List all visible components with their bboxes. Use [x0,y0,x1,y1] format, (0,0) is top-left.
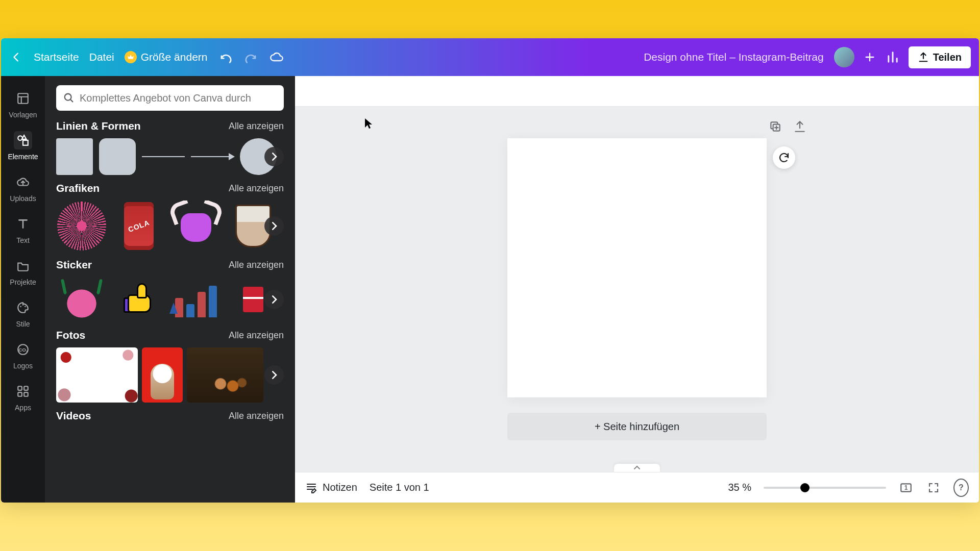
add-collaborator-button[interactable] [863,50,877,64]
page-indicator: Seite 1 von 1 [370,482,429,493]
shape-rounded-square[interactable] [99,138,136,175]
section-title: Videos [56,410,91,422]
section-title: Sticker [56,259,92,271]
analytics-button[interactable] [885,49,900,65]
document-title[interactable]: Design ohne Titel – Instagram-Beitrag [644,51,824,63]
cloud-sync-button[interactable] [269,49,284,65]
graphic-starburst[interactable] [56,201,107,252]
rail-label: Uploads [10,194,36,203]
show-all-link[interactable]: Alle anzeigen [229,183,284,194]
graphic-bull-head[interactable] [170,201,222,252]
resize-button[interactable]: Größe ändern [125,51,208,63]
zoom-slider[interactable] [764,487,886,489]
search-input[interactable] [80,92,277,104]
help-button[interactable]: ? [953,480,969,495]
chevron-right-icon [271,371,277,379]
shape-arrow[interactable] [191,156,234,157]
reveal-pages-button[interactable] [614,464,660,472]
photo-thumbnail[interactable] [56,347,138,403]
expand-icon [927,482,940,494]
show-all-link[interactable]: Alle anzeigen [229,330,284,341]
canvas-toolbar [295,76,979,107]
file-menu[interactable]: Datei [89,51,114,63]
shape-square[interactable] [56,138,93,175]
canvas-area: + Seite hinzufügen Notizen Seite 1 von 1… [295,76,979,503]
side-rail: Vorlagen Elemente Uploads Text Projekte … [1,76,45,503]
canvas-stack: + Seite hinzufügen [507,138,767,440]
sticker-bar-chart[interactable] [170,277,222,322]
redo-button[interactable] [243,49,259,65]
rail-label: Text [16,236,30,244]
canvas-body[interactable]: + Seite hinzufügen [295,107,979,472]
rail-elements[interactable]: Elemente [4,126,42,165]
rail-logos[interactable]: CO. Logos [4,335,42,374]
refresh-button[interactable] [773,146,795,169]
user-avatar[interactable] [834,47,854,67]
rail-styles[interactable]: Stile [4,293,42,332]
graphic-cola-can[interactable] [113,201,164,252]
search-field[interactable] [56,85,284,111]
show-all-link[interactable]: Alle anzeigen [229,121,284,132]
section-graphics: Grafiken Alle anzeigen [45,180,295,257]
templates-icon [14,89,32,108]
section-title: Linien & Formen [56,120,141,132]
plus-icon [864,52,875,63]
rail-projects[interactable]: Projekte [4,252,42,290]
scroll-next-button[interactable] [264,147,284,166]
duplicate-icon [769,120,782,133]
photo-thumbnail[interactable] [142,347,183,403]
section-title: Grafiken [56,182,100,194]
share-label: Teilen [933,52,962,63]
svg-rect-8 [18,386,22,390]
show-all-link[interactable]: Alle anzeigen [229,260,284,270]
section-title: Fotos [56,329,85,341]
scroll-next-button[interactable] [264,290,284,309]
add-page-button[interactable]: + Seite hinzufügen [507,413,767,440]
svg-text:CO.: CO. [18,347,28,353]
fullscreen-button[interactable] [926,480,941,495]
main: Vorlagen Elemente Uploads Text Projekte … [1,76,979,503]
export-page-button[interactable] [792,119,807,134]
sticker-turkey-dinner[interactable] [56,277,107,322]
rail-apps[interactable]: Apps [4,377,42,416]
undo-button[interactable] [218,49,233,65]
canvas-page[interactable] [507,138,767,397]
sticker-thumbs-up[interactable] [113,277,164,322]
folder-icon [14,257,32,275]
help-icon: ? [953,479,969,497]
rail-uploads[interactable]: Uploads [4,168,42,207]
zoom-percent[interactable]: 35 % [728,482,751,493]
notes-button[interactable]: Notizen [305,482,357,494]
rail-label: Elemente [8,153,38,161]
section-videos: Videos Alle anzeigen [45,408,295,424]
undo-icon [218,50,233,64]
grid-view-button[interactable]: 1 [898,480,914,495]
svg-point-5 [24,306,26,308]
show-all-link[interactable]: Alle anzeigen [229,411,284,421]
back-button[interactable] [9,50,23,64]
duplicate-page-button[interactable] [768,119,783,134]
shape-line[interactable] [142,156,185,157]
rail-label: Vorlagen [9,111,37,119]
zoom-thumb[interactable] [800,483,810,492]
text-icon [14,215,32,233]
share-button[interactable]: Teilen [909,46,971,68]
rail-label: Projekte [10,278,36,286]
rail-text[interactable]: Text [4,210,42,248]
home-link[interactable]: Startseite [34,51,79,63]
scroll-next-button[interactable] [264,365,284,385]
upload-icon [918,52,929,63]
scroll-next-button[interactable] [264,216,284,236]
app-window: Startseite Datei Größe ändern Design ohn… [1,38,979,503]
svg-rect-10 [18,392,22,396]
photo-thumbnail[interactable] [187,347,263,403]
chevron-right-icon [271,295,277,304]
cloud-icon [270,50,284,64]
search-container [45,76,295,118]
chevron-left-icon [11,52,22,63]
rail-templates[interactable]: Vorlagen [4,84,42,123]
svg-rect-0 [18,93,28,104]
svg-point-3 [20,306,21,308]
svg-rect-11 [24,392,28,396]
notes-label: Notizen [323,482,357,493]
